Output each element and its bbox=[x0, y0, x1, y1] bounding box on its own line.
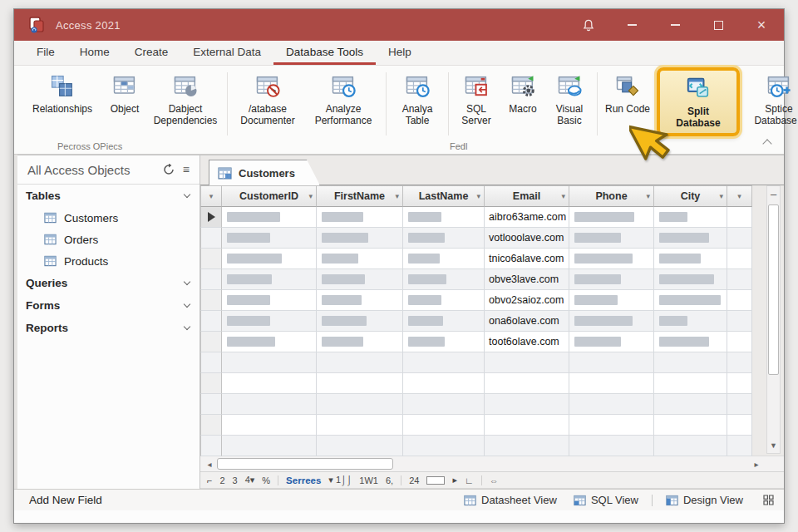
table-cell[interactable]: obvo2saioz.com bbox=[485, 290, 569, 311]
tab-create[interactable]: Create bbox=[122, 41, 181, 65]
relationships-button[interactable]: Relationships bbox=[22, 70, 102, 115]
table-cell[interactable] bbox=[403, 207, 485, 228]
table-cell[interactable] bbox=[222, 394, 317, 415]
row-selector[interactable] bbox=[200, 290, 222, 311]
macro-button[interactable]: Macro bbox=[500, 70, 545, 115]
column-header-customerid[interactable]: CustomerID▾ bbox=[222, 185, 317, 207]
row-selector[interactable] bbox=[200, 228, 222, 249]
table-cell[interactable] bbox=[485, 436, 569, 456]
row-selector[interactable] bbox=[200, 436, 222, 456]
table-cell[interactable]: obve3lave.com bbox=[485, 269, 569, 290]
table-cell[interactable] bbox=[569, 373, 654, 394]
table-cell[interactable] bbox=[569, 352, 654, 373]
datasheet-view-button[interactable]: Datasheet View bbox=[456, 494, 565, 506]
nav-section-tables[interactable]: Tables bbox=[17, 185, 200, 207]
table-cell[interactable] bbox=[222, 352, 317, 373]
table-cell[interactable] bbox=[403, 373, 485, 394]
document-tab-customers[interactable]: Customers bbox=[209, 160, 320, 185]
row-selector[interactable] bbox=[200, 269, 222, 290]
table-cell[interactable] bbox=[654, 352, 727, 373]
table-cell[interactable] bbox=[569, 228, 654, 249]
horizontal-scrollbar[interactable]: ◂ ▸ bbox=[200, 456, 784, 472]
table-cell[interactable] bbox=[222, 436, 317, 456]
tab-help[interactable]: Help bbox=[376, 41, 424, 65]
nav-item-orders[interactable]: Orders bbox=[17, 229, 200, 250]
table-cell[interactable] bbox=[317, 290, 403, 311]
table-cell[interactable] bbox=[569, 290, 654, 311]
design-view-button[interactable]: Design View bbox=[658, 494, 751, 506]
sql-server-button[interactable]: SQL Server bbox=[452, 70, 500, 126]
row-selector[interactable] bbox=[200, 332, 222, 352]
table-cell[interactable] bbox=[727, 290, 752, 311]
table-cell[interactable] bbox=[654, 228, 727, 249]
table-cell[interactable] bbox=[727, 269, 752, 290]
tab-home[interactable]: Home bbox=[67, 41, 122, 65]
table-cell[interactable] bbox=[317, 436, 403, 456]
record-first-icon[interactable]: ⌐ bbox=[207, 475, 212, 485]
table-cell[interactable] bbox=[222, 228, 317, 249]
table-cell[interactable] bbox=[727, 311, 752, 332]
table-cell[interactable] bbox=[654, 332, 727, 352]
table-cell[interactable] bbox=[569, 436, 654, 456]
column-header-lastname[interactable]: LastName▾ bbox=[403, 185, 485, 207]
table-cell[interactable] bbox=[654, 207, 727, 228]
database-documenter-button[interactable]: /atabase Documenter bbox=[231, 70, 304, 126]
column-header-email[interactable]: Email▾ bbox=[485, 185, 569, 207]
tab-database-tools[interactable]: Database Tools bbox=[273, 41, 376, 65]
table-cell[interactable]: aibro63ame.com bbox=[485, 207, 569, 228]
table-cell[interactable] bbox=[727, 436, 752, 456]
row-selector[interactable] bbox=[200, 373, 222, 394]
vertical-scroll-thumb[interactable] bbox=[768, 204, 779, 375]
table-cell[interactable] bbox=[222, 311, 317, 332]
analyze-performance-button[interactable]: Analyze Performance bbox=[304, 70, 382, 126]
table-cell[interactable] bbox=[654, 311, 727, 332]
nav-item-products[interactable]: Products bbox=[17, 250, 200, 272]
sql-view-button[interactable]: SQL View bbox=[565, 494, 647, 506]
run-code-button[interactable]: Run Code bbox=[601, 70, 654, 115]
nav-section-reports[interactable]: Reports bbox=[17, 317, 200, 339]
table-cell[interactable] bbox=[403, 352, 485, 373]
column-header-extra[interactable]: ▾ bbox=[727, 185, 752, 207]
table-cell[interactable] bbox=[654, 394, 727, 415]
table-cell[interactable] bbox=[403, 228, 485, 249]
table-cell[interactable] bbox=[727, 332, 752, 352]
column-header-firstname[interactable]: FirstName▾ bbox=[317, 185, 403, 207]
table-cell[interactable] bbox=[317, 228, 403, 249]
nav-section-queries[interactable]: Queries bbox=[17, 272, 200, 294]
table-cell[interactable] bbox=[569, 415, 654, 436]
table-cell[interactable] bbox=[727, 373, 752, 394]
collapse-ribbon-icon[interactable] bbox=[762, 139, 771, 148]
table-cell[interactable] bbox=[654, 436, 727, 456]
table-cell[interactable] bbox=[403, 290, 485, 311]
table-cell[interactable]: toot6olave.com bbox=[485, 332, 569, 352]
column-header-phone[interactable]: Phone▾ bbox=[569, 185, 654, 207]
table-cell[interactable] bbox=[569, 269, 654, 290]
table-cell[interactable] bbox=[727, 228, 752, 249]
menu-icon[interactable]: ≡ bbox=[183, 163, 190, 176]
nav-item-customers[interactable]: Customers bbox=[17, 207, 200, 229]
table-cell[interactable] bbox=[569, 332, 654, 352]
row-selector[interactable] bbox=[200, 352, 222, 373]
table-cell[interactable] bbox=[403, 332, 485, 352]
table-cell[interactable] bbox=[727, 394, 752, 415]
table-cell[interactable] bbox=[317, 207, 403, 228]
close-button[interactable]: × bbox=[751, 14, 772, 36]
table-cell[interactable] bbox=[485, 394, 569, 415]
table-cell[interactable] bbox=[403, 311, 485, 332]
scroll-up-icon[interactable]: – bbox=[771, 186, 776, 204]
table-cell[interactable] bbox=[569, 249, 654, 269]
table-cell[interactable] bbox=[569, 207, 654, 228]
table-cell[interactable] bbox=[569, 394, 654, 415]
select-all-cell[interactable]: ▾ bbox=[200, 185, 222, 207]
table-cell[interactable] bbox=[654, 373, 727, 394]
table-cell[interactable] bbox=[222, 207, 317, 228]
table-cell[interactable] bbox=[403, 249, 485, 269]
minimize-button[interactable] bbox=[621, 14, 643, 36]
nav-pane-header[interactable]: All Access Objects ≡ bbox=[17, 155, 200, 185]
analyze-table-button[interactable]: Analya Table bbox=[390, 70, 445, 126]
refresh-icon[interactable] bbox=[163, 164, 175, 175]
table-cell[interactable] bbox=[222, 249, 317, 269]
table-cell[interactable] bbox=[317, 373, 403, 394]
table-cell[interactable] bbox=[485, 352, 569, 373]
horizontal-scroll-thumb[interactable] bbox=[217, 458, 393, 470]
